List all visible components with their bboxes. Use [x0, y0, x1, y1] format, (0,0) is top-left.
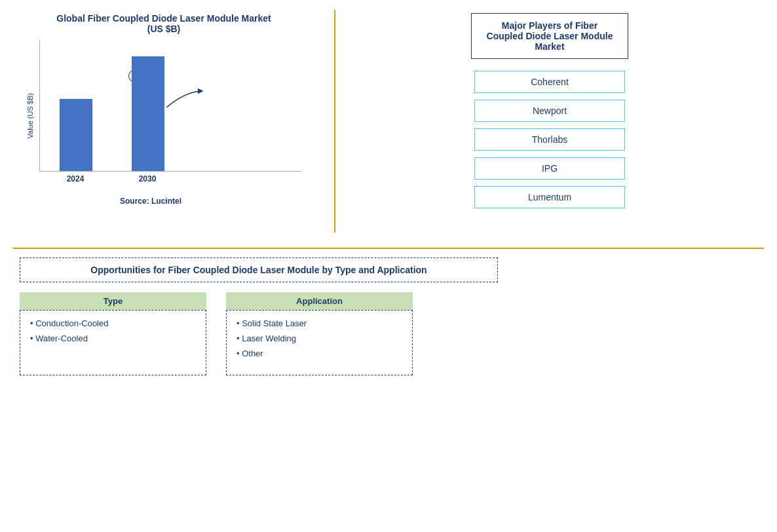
- opportunities-content: Type • Conduction-Cooled • Water-Cooled …: [20, 292, 757, 375]
- bar-label-2030: 2030: [131, 174, 164, 183]
- chart-area: Value (US $B) 7.8%: [26, 41, 301, 191]
- y-axis-label: Value (US $B): [26, 93, 34, 139]
- bars-container: 7.8%: [39, 41, 301, 191]
- player-coherent: Coherent: [474, 71, 625, 93]
- top-section: Global Fiber Coupled Diode Laser Module …: [13, 7, 764, 242]
- player-thorlabs: Thorlabs: [474, 128, 625, 151]
- application-item-1: • Solid State Laser: [237, 318, 402, 328]
- application-item-2: • Laser Welding: [237, 333, 402, 343]
- chart-section: Global Fiber Coupled Diode Laser Module …: [13, 7, 334, 242]
- application-item-3: • Other: [237, 349, 402, 358]
- source-label: Source: Lucintel: [26, 197, 275, 206]
- type-item-1: • Conduction-Cooled: [30, 318, 196, 328]
- x-axis-labels: 2024 2030: [39, 172, 301, 186]
- main-container: Global Fiber Coupled Diode Laser Module …: [0, 0, 777, 532]
- chart-title: Global Fiber Coupled Diode Laser Module …: [26, 13, 301, 34]
- players-section: Major Players of Fiber Coupled Diode Las…: [335, 7, 764, 242]
- type-header: Type: [20, 292, 206, 310]
- bar-label-2024: 2024: [59, 174, 92, 183]
- bar-2024: [60, 99, 92, 171]
- player-lumentum: Lumentum: [474, 186, 625, 208]
- bars-inner: 7.8%: [39, 41, 301, 172]
- bar-2030: [132, 56, 164, 171]
- bottom-section: Opportunities for Fiber Coupled Diode La…: [13, 254, 764, 379]
- application-header: Application: [226, 292, 413, 310]
- type-items-box: • Conduction-Cooled • Water-Cooled: [20, 310, 206, 375]
- type-item-2: • Water-Cooled: [30, 333, 196, 343]
- player-newport: Newport: [474, 100, 625, 122]
- opportunities-title: Opportunities for Fiber Coupled Diode La…: [20, 257, 498, 282]
- bar-group-2030: [132, 56, 164, 171]
- type-column: Type • Conduction-Cooled • Water-Cooled: [20, 292, 206, 375]
- callout-arrow: [166, 88, 206, 107]
- players-title: Major Players of Fiber Coupled Diode Las…: [471, 13, 628, 59]
- horizontal-divider: [13, 248, 764, 249]
- bar-group-2024: [60, 99, 92, 171]
- player-ipg: IPG: [474, 157, 625, 180]
- application-column: Application • Solid State Laser • Laser …: [226, 292, 413, 375]
- application-items-box: • Solid State Laser • Laser Welding • Ot…: [226, 310, 413, 375]
